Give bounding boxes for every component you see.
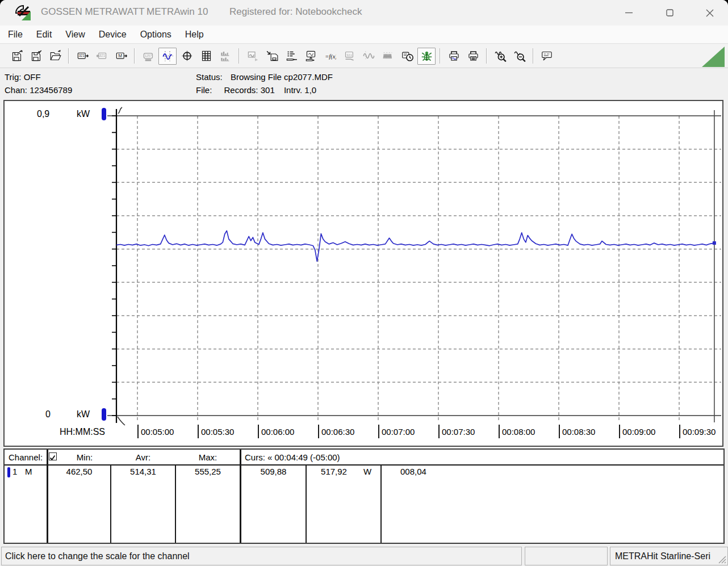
minimize-button[interactable] bbox=[612, 0, 645, 26]
read-memory-icon: M bbox=[115, 50, 127, 62]
table-divider bbox=[47, 450, 48, 543]
channel-visibility-checkbox[interactable] bbox=[49, 452, 57, 460]
toolbar-button-sine-view bbox=[359, 48, 378, 65]
menu-bar: FileEditViewDeviceOptionsHelp bbox=[0, 26, 728, 44]
x-tick-label: 00:05:00 bbox=[137, 425, 174, 438]
toolbar-button-read-device[interactable]: 321 bbox=[73, 48, 91, 65]
view-table-icon bbox=[200, 50, 212, 62]
channel-avr-value: 514,31 bbox=[111, 467, 175, 476]
chart-panel: 0,9 kW 0 kW HH:MM:SS 00:05:0000:05:3000:… bbox=[3, 100, 723, 447]
comment-icon bbox=[541, 50, 553, 62]
toolbar-button-save-file[interactable] bbox=[7, 48, 26, 65]
file-info: File: Records: 301 Intrv. 1,0 bbox=[196, 85, 316, 95]
channel-marker-top[interactable] bbox=[102, 108, 106, 120]
toolbar-button-print[interactable] bbox=[464, 48, 482, 65]
status-label: Status: bbox=[196, 72, 223, 82]
channel-mode: M bbox=[25, 467, 32, 476]
titlebar-app-name: GOSSEN METRAWATT bbox=[41, 6, 145, 18]
trace-end-marker bbox=[713, 241, 716, 245]
print-preview-icon bbox=[448, 50, 460, 62]
check-icon bbox=[49, 455, 56, 461]
save-file-icon bbox=[11, 50, 23, 62]
toolbar-button-zoom-in[interactable] bbox=[491, 48, 509, 65]
svg-text:1257: 1257 bbox=[144, 54, 152, 57]
maximize-button[interactable] bbox=[653, 0, 686, 26]
menu-item-file[interactable]: File bbox=[1, 26, 30, 43]
view-curve-icon bbox=[162, 50, 174, 62]
status-panel: Trig: OFF Chan: 123456789 Status: Browsi… bbox=[0, 69, 728, 99]
toolbar-button-read-memory[interactable]: M bbox=[112, 48, 130, 65]
zoom-out-icon bbox=[514, 50, 526, 62]
cursor-a-value: 509,88 bbox=[241, 467, 306, 476]
table-header-min: Min: bbox=[59, 452, 110, 462]
x-tick-label: 00:07:00 bbox=[378, 425, 415, 438]
chart-svg[interactable] bbox=[5, 101, 722, 446]
toolbar-button-device-settings[interactable] bbox=[302, 48, 320, 65]
toolbar-separator bbox=[239, 48, 240, 64]
toolbar-button-live-monitor[interactable] bbox=[417, 48, 436, 65]
table-divider bbox=[110, 466, 111, 543]
resize-grip-icon[interactable] bbox=[717, 555, 726, 564]
merge-file-icon bbox=[266, 50, 278, 62]
file-status: Status: Browsing File cp2077.MDF bbox=[196, 72, 333, 82]
svg-text:321: 321 bbox=[346, 53, 352, 57]
toolbar-button-view-xy[interactable] bbox=[178, 48, 196, 65]
cursor-delta-value: 008,04 bbox=[400, 467, 426, 476]
toolbar-button-export-picture bbox=[244, 48, 262, 65]
status-value: Browsing File cp2077.MDF bbox=[231, 72, 333, 82]
toolbar-button-merge-file[interactable] bbox=[263, 48, 281, 65]
view-xy-icon bbox=[181, 50, 193, 62]
svg-text:=f(x): =f(x) bbox=[325, 53, 336, 60]
table-divider bbox=[175, 466, 176, 543]
toolbar-corner-grip[interactable] bbox=[702, 47, 725, 67]
menu-item-help[interactable]: Help bbox=[178, 26, 211, 43]
toolbar-separator bbox=[486, 48, 487, 64]
close-button[interactable] bbox=[693, 0, 726, 26]
view-histogram-icon bbox=[220, 50, 232, 62]
x-tick-label: 00:09:30 bbox=[679, 425, 716, 438]
svg-text:321: 321 bbox=[99, 53, 105, 57]
maximize-icon bbox=[666, 9, 673, 16]
menu-item-view[interactable]: View bbox=[58, 26, 91, 43]
toolbar-button-comment[interactable] bbox=[538, 48, 556, 65]
toolbar-button-channel-settings[interactable] bbox=[282, 48, 300, 65]
toolbar-button-print-preview[interactable] bbox=[445, 48, 463, 65]
cursor-b-value: 517,92 bbox=[307, 467, 361, 476]
channels-value: 123456789 bbox=[30, 85, 72, 95]
titlebar-registered-text: Registered for: Notebookcheck bbox=[229, 6, 362, 18]
channel-color-marker bbox=[7, 467, 10, 477]
svg-text:321: 321 bbox=[78, 53, 85, 57]
toolbar-button-open-file[interactable] bbox=[46, 48, 64, 65]
x-tick-label: 00:07:30 bbox=[438, 425, 475, 438]
interval-value: Intrv. 1,0 bbox=[284, 85, 316, 95]
channel-id: 1 bbox=[12, 467, 17, 476]
channel-marker-bottom[interactable] bbox=[102, 408, 106, 421]
menu-item-edit[interactable]: Edit bbox=[30, 26, 59, 43]
toolbar-button-multimeter-display: 1257 bbox=[139, 48, 157, 65]
statusbar-device: METRAHit Starline-Seri bbox=[610, 547, 728, 565]
x-tick-label: 00:08:30 bbox=[559, 425, 595, 438]
table-divider bbox=[306, 466, 307, 543]
print-icon bbox=[467, 50, 479, 62]
app-window: GOSSEN METRAWATT METRAwin 10 Registered … bbox=[0, 0, 728, 566]
menu-item-device[interactable]: Device bbox=[92, 26, 133, 43]
live-monitor-icon bbox=[421, 50, 433, 62]
device-config-icon: 321 bbox=[344, 50, 355, 62]
toolbar-button-view-curve[interactable] bbox=[158, 48, 177, 65]
table-header-channel: Channel: bbox=[9, 452, 43, 462]
toolbar-button-formula[interactable]: =f(x) bbox=[321, 48, 339, 65]
toolbar-button-time-settings[interactable] bbox=[398, 48, 416, 65]
toolbar-button-view-table[interactable] bbox=[197, 48, 215, 65]
table-divider bbox=[380, 466, 382, 543]
trigger-status: Trig: OFF bbox=[5, 72, 41, 82]
device-settings-icon bbox=[305, 50, 317, 62]
pulse-view-icon bbox=[382, 50, 394, 62]
toolbar-button-pulse-view bbox=[379, 48, 397, 65]
channel-min-value: 462,50 bbox=[48, 467, 110, 476]
statusbar-hint[interactable]: Click here to change the scale for the c… bbox=[1, 547, 522, 565]
menu-item-options[interactable]: Options bbox=[133, 26, 178, 43]
toolbar-button-zoom-out[interactable] bbox=[511, 48, 529, 65]
channel-settings-icon bbox=[286, 50, 298, 62]
x-tick-label: 00:09:00 bbox=[619, 425, 655, 438]
toolbar-button-save-as[interactable] bbox=[27, 48, 45, 65]
